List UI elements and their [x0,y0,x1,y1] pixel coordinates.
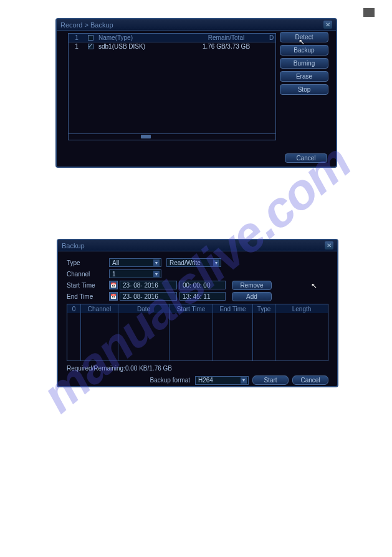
col-date: Date [118,304,170,313]
row-remain: 1.76 GB/3.73 GB [186,43,267,50]
calendar-icon[interactable]: 📅 [109,292,118,301]
cursor-icon: ↖ [299,37,305,46]
status-text: Required/Remaining:0.00 KB/1.76 GB [67,365,328,372]
table-header: 0 Channel Date Start Time End Time Type … [67,304,328,313]
start-button[interactable]: Start [252,375,289,385]
start-date-input[interactable]: 23- 08- 2016 [120,281,177,289]
window-title: Backup [62,242,325,249]
end-date-input[interactable]: 23- 08- 2016 [120,292,177,301]
end-time-input[interactable]: 13: 45: 11 [179,292,226,301]
stop-button[interactable]: Stop [280,84,328,95]
col-type: Type [253,304,275,313]
page-marker [363,8,375,17]
col-checkbox-header [85,35,96,41]
type-value: All [112,259,119,266]
col-zero: 0 [67,304,81,313]
col-d: D [267,34,275,41]
horizontal-scrollbar[interactable] [69,133,275,140]
backup-format-label: Backup format [150,377,190,384]
backup-button[interactable]: Backup [280,45,328,56]
type-label: Type [67,259,109,266]
starttime-label: Start Time [67,282,109,289]
col-count: 1 [69,34,85,41]
window-title: Record > Backup [60,21,323,29]
mode-value: Read/Write [170,259,201,266]
row-index: 1 [69,43,85,50]
close-icon[interactable]: ✕ [323,21,332,29]
titlebar: Record > Backup ✕ [57,19,336,31]
channel-value: 1 [112,271,116,278]
cursor-icon: ↖ [311,281,317,290]
col-length: Length [275,304,328,313]
channel-label: Channel [67,271,109,278]
cancel-button[interactable]: Cancel [285,153,327,163]
calendar-icon[interactable]: 📅 [109,281,118,289]
row-name: sdb1(USB DISK) [96,43,186,50]
col-name: Name(Type) [96,34,186,41]
row-checkbox[interactable] [88,44,93,49]
chevron-down-icon: ▼ [213,259,219,266]
cancel-button[interactable]: Cancel [292,375,328,385]
endtime-label: End Time [67,293,109,300]
remove-button[interactable]: Remove [232,281,272,290]
format-value: H264 [198,377,213,384]
chevron-down-icon: ▼ [153,271,160,277]
record-backup-window: Record > Backup ✕ 1 Name(Type) Remain/To… [55,18,337,168]
table-header: 1 Name(Type) Remain/Total D [69,34,275,42]
side-buttons: Detect Backup Burning Erase Stop [280,32,330,95]
result-table: 0 Channel Date Start Time End Time Type … [67,304,328,361]
device-table: 1 Name(Type) Remain/Total D 1 sdb1(USB D… [68,33,276,140]
col-endtime: End Time [213,304,253,313]
col-remain: Remain/Total [186,34,267,41]
chevron-down-icon: ▼ [241,377,247,384]
col-starttime: Start Time [170,304,213,313]
add-button[interactable]: Add [232,292,272,301]
format-dropdown[interactable]: H264 ▼ [195,376,249,385]
type-dropdown[interactable]: All ▼ [109,258,161,267]
mode-dropdown[interactable]: Read/Write ▼ [166,258,221,267]
titlebar: Backup ✕ [58,240,337,251]
channel-dropdown[interactable]: 1 ▼ [109,269,161,278]
col-channel: Channel [81,304,118,313]
table-body [67,313,328,361]
close-icon[interactable]: ✕ [325,241,333,249]
header-checkbox[interactable] [88,35,93,41]
table-row[interactable]: 1 sdb1(USB DISK) 1.76 GB/3.73 GB [69,42,275,51]
backup-settings-window: Backup ✕ Type All ▼ Read/Write ▼ Channel… [57,239,338,387]
chevron-down-icon: ▼ [153,259,160,266]
scrollbar-thumb[interactable] [141,135,151,138]
start-time-input[interactable]: 00: 00: 00 [179,281,226,289]
burning-button[interactable]: Burning [280,58,328,69]
erase-button[interactable]: Erase [280,71,328,82]
